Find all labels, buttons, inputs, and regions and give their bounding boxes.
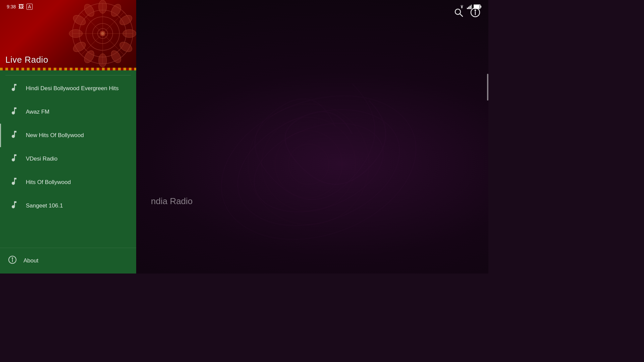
svg-point-44 <box>12 258 13 258</box>
music-note-icon-6 <box>9 200 19 212</box>
svg-point-3 <box>248 104 369 225</box>
menu-item-hindi-desi[interactable]: Hindi Desi Bollywood Evergreen Hits <box>0 77 136 100</box>
menu-item-new-hits[interactable]: New Hits Of Bollywood <box>0 124 136 147</box>
info-button[interactable] <box>470 7 480 20</box>
partial-radio-text: ndia Radio <box>151 196 193 206</box>
menu-divider-top <box>5 75 131 75</box>
menu-item-label-new-hits: New Hits Of Bollywood <box>26 132 84 139</box>
sidebar: Live Radio Hindi Desi Bollywood Evergree… <box>0 0 136 274</box>
menu-item-label-vdesi: VDesi Radio <box>26 156 58 162</box>
gallery-icon: 🖼 <box>18 4 24 10</box>
menu-spacer <box>0 218 136 238</box>
about-section[interactable]: About <box>0 248 136 274</box>
menu-item-hits-bollywood[interactable]: Hits Of Bollywood <box>0 171 136 194</box>
top-action-bar <box>445 0 488 27</box>
menu-item-vdesi[interactable]: VDesi Radio <box>0 147 136 171</box>
music-note-icon-1 <box>9 83 19 94</box>
menu-item-sangeet[interactable]: Sangeet 106.1 <box>0 194 136 218</box>
time-display: 9:38 <box>7 4 16 9</box>
svg-point-18 <box>475 10 476 10</box>
sidebar-menu[interactable]: Hindi Desi Bollywood Evergreen Hits Awaz… <box>0 70 136 248</box>
svg-point-4 <box>262 117 356 211</box>
info-circle-icon <box>8 255 17 266</box>
menu-item-label-awaz-fm: Awaz FM <box>26 109 50 115</box>
svg-point-6 <box>288 144 329 184</box>
main-content-partial-text: ndia Radio <box>151 196 193 206</box>
about-label: About <box>23 257 38 264</box>
svg-point-0 <box>201 70 436 265</box>
sidebar-scrollbar[interactable] <box>487 74 488 101</box>
menu-item-label-hits-bollywood: Hits Of Bollywood <box>26 179 71 186</box>
sidebar-title: Live Radio <box>5 55 48 65</box>
text-icon: A <box>26 4 32 10</box>
status-left: 9:38 🖼 A <box>7 4 33 10</box>
music-note-icon-2 <box>9 106 19 118</box>
music-note-icon-5 <box>9 177 19 188</box>
status-bar: 9:38 🖼 A <box>0 0 488 13</box>
menu-item-awaz-fm[interactable]: Awaz FM <box>0 100 136 124</box>
music-note-icon-4 <box>9 153 19 165</box>
svg-line-15 <box>460 14 463 16</box>
menu-item-label-sangeet: Sangeet 106.1 <box>26 202 63 209</box>
search-button[interactable] <box>453 7 464 20</box>
menu-item-label-hindi-desi: Hindi Desi Bollywood Evergreen Hits <box>26 85 119 92</box>
music-note-icon-3 <box>9 130 19 141</box>
header-border <box>0 68 136 70</box>
